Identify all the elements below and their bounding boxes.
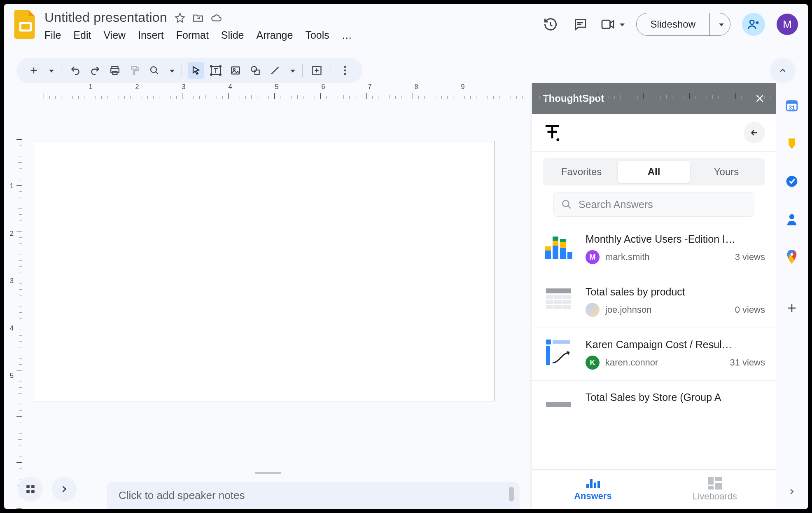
svg-rect-37 — [546, 288, 571, 293]
answer-thumbnail-icon — [543, 233, 574, 261]
meet-button[interactable] — [601, 19, 625, 30]
dashboard-icon — [708, 477, 722, 490]
keep-icon[interactable] — [784, 136, 799, 151]
ruler-h-label: 4 — [229, 83, 232, 91]
star-icon[interactable] — [175, 12, 185, 23]
chevron-down-icon — [716, 21, 724, 28]
contacts-icon[interactable] — [784, 212, 799, 227]
tab-label: Liveboards — [693, 491, 737, 502]
svg-point-13 — [219, 74, 221, 75]
svg-point-11 — [219, 66, 221, 67]
image-tool[interactable] — [227, 62, 244, 79]
svg-rect-34 — [560, 242, 566, 248]
menu-arrange[interactable]: Arrange — [256, 29, 293, 41]
add-comment-button[interactable] — [308, 62, 325, 79]
speaker-notes[interactable]: Click to add speaker notes — [107, 482, 520, 509]
tab-liveboards[interactable]: Liveboards — [654, 470, 776, 509]
toolbar — [4, 58, 808, 83]
slideshow-button[interactable]: Slideshow — [637, 13, 709, 35]
svg-rect-54 — [597, 481, 600, 488]
share-button[interactable] — [742, 13, 765, 36]
thoughtspot-panel: ThoughtSpot Favorites All Yours — [532, 83, 776, 509]
menu-view[interactable]: View — [103, 29, 126, 41]
svg-point-16 — [251, 66, 257, 72]
chevron-down-icon — [617, 21, 625, 28]
grid-view-button[interactable] — [18, 477, 43, 501]
svg-point-3 — [750, 20, 754, 24]
answer-thumbnail-icon — [543, 391, 574, 419]
view-count: 31 views — [730, 357, 765, 368]
menu-overflow[interactable]: … — [342, 29, 353, 41]
line-tool[interactable] — [267, 62, 283, 79]
slides-logo-icon[interactable] — [14, 10, 37, 39]
scrollbar-thumb[interactable] — [509, 487, 514, 501]
answer-title: Monthly Active Users -Edition I… — [586, 233, 765, 245]
tab-favorites[interactable]: Favorites — [545, 161, 618, 183]
search-input[interactable]: Search Answers — [553, 192, 754, 217]
list-item[interactable]: Total Sales by Store (Group A — [532, 381, 776, 419]
author-name: mark.smith — [605, 252, 650, 262]
new-slide-options[interactable] — [45, 62, 55, 79]
zoom-options[interactable] — [166, 62, 176, 79]
line-options[interactable] — [287, 62, 296, 79]
document-title[interactable]: Untitled presentation — [44, 10, 167, 25]
list-item[interactable]: Total sales by product joe.johnson 0 vie… — [532, 275, 776, 328]
menu-format[interactable]: Format — [176, 29, 209, 41]
author-name: karen.connor — [605, 357, 658, 368]
redo-button[interactable] — [87, 62, 103, 79]
svg-rect-45 — [554, 305, 562, 309]
select-tool[interactable] — [188, 62, 204, 79]
move-folder-icon[interactable] — [193, 12, 203, 23]
notes-drag-handle[interactable] — [255, 472, 281, 474]
menu-edit[interactable]: Edit — [73, 29, 91, 41]
slide-canvas[interactable] — [34, 141, 495, 401]
menu-file[interactable]: File — [44, 29, 61, 41]
undo-button[interactable] — [67, 62, 84, 79]
menu-slide[interactable]: Slide — [221, 29, 244, 41]
zoom-button[interactable] — [146, 62, 163, 79]
tasks-icon[interactable] — [784, 174, 799, 189]
print-button[interactable] — [107, 62, 123, 79]
textbox-tool[interactable] — [208, 62, 224, 79]
svg-rect-55 — [708, 477, 714, 485]
close-icon[interactable] — [754, 93, 765, 104]
svg-rect-51 — [586, 484, 589, 488]
chart-icon — [586, 478, 600, 489]
calendar-icon[interactable]: 31 — [784, 98, 799, 113]
menu-tools[interactable]: Tools — [305, 29, 329, 41]
svg-point-65 — [790, 253, 793, 256]
collapse-rail-button[interactable] — [785, 485, 798, 498]
tab-answers[interactable]: Answers — [532, 470, 654, 509]
new-slide-button[interactable] — [26, 62, 42, 79]
right-rail: 31 ＋ — [776, 83, 808, 509]
answer-title: Total sales by product — [586, 286, 765, 298]
list-item[interactable]: Karen Campaign Cost / Resul… K karen.con… — [532, 328, 776, 381]
search-placeholder: Search Answers — [579, 199, 653, 211]
svg-rect-48 — [553, 340, 570, 344]
maps-icon[interactable] — [784, 250, 799, 265]
svg-point-19 — [344, 66, 346, 68]
back-button[interactable] — [744, 122, 765, 143]
comments-icon[interactable] — [571, 15, 589, 33]
svg-rect-57 — [715, 483, 722, 490]
tab-yours[interactable]: Yours — [690, 161, 763, 183]
shape-tool[interactable] — [247, 62, 264, 79]
cloud-saved-icon[interactable] — [211, 12, 222, 23]
list-item[interactable]: Monthly Active Users -Edition I… M mark.… — [532, 223, 776, 275]
add-addon-button[interactable]: ＋ — [784, 300, 799, 315]
ruler-h-label: 2 — [135, 83, 139, 91]
collapse-toolbar-button[interactable] — [770, 58, 796, 83]
explore-button[interactable] — [52, 477, 77, 501]
svg-rect-44 — [546, 305, 553, 309]
filter-tabs: Favorites All Yours — [543, 158, 765, 185]
version-history-icon[interactable] — [541, 15, 560, 33]
slideshow-options-button[interactable] — [709, 13, 730, 35]
account-avatar[interactable]: M — [777, 14, 798, 35]
author-avatar: K — [586, 356, 600, 370]
tab-label: Answers — [574, 491, 612, 501]
panel-title: ThoughtSpot — [543, 93, 604, 104]
ruler-h-label: 1 — [89, 83, 93, 91]
toolbar-overflow[interactable] — [337, 62, 353, 79]
tab-all[interactable]: All — [618, 161, 690, 183]
menu-insert[interactable]: Insert — [138, 29, 164, 41]
